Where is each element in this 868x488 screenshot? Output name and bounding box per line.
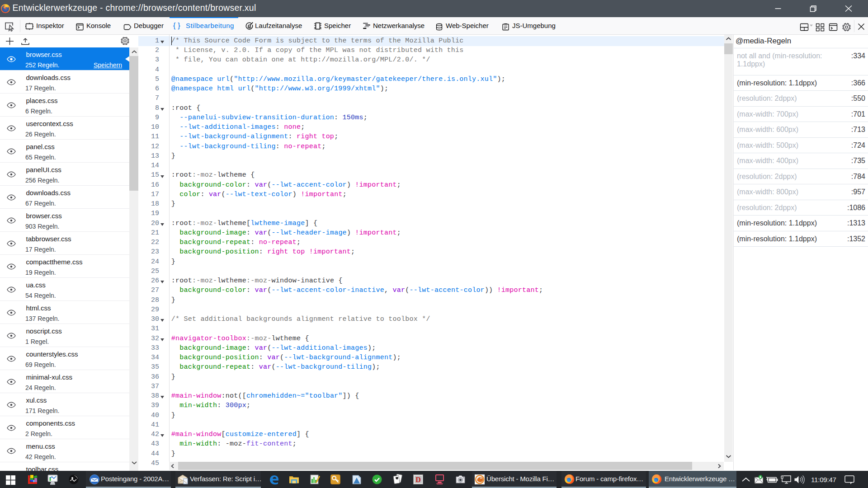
svg-text:D: D [415,476,421,483]
